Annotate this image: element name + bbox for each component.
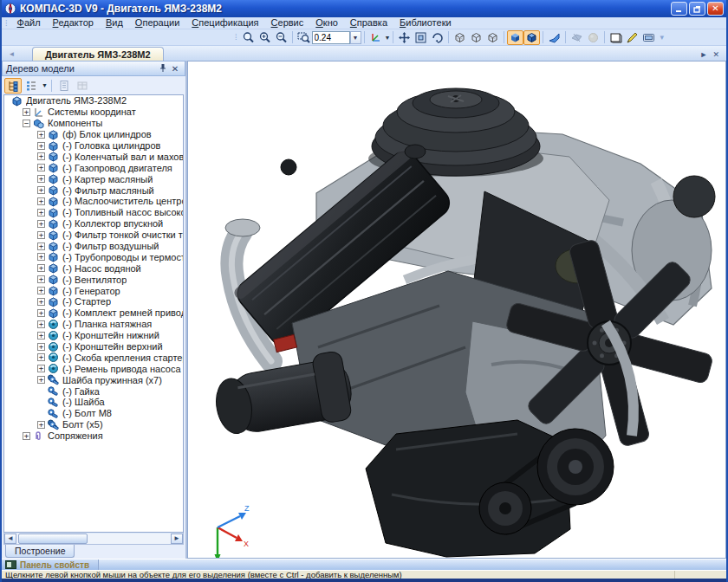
menu-libraries[interactable]: Библиотеки <box>393 17 458 29</box>
tree-expander-icon[interactable]: + <box>37 309 45 317</box>
frame-icon[interactable] <box>608 30 624 45</box>
tree-item[interactable]: +(-) Ремень привода насоса водяного <box>4 363 183 374</box>
rounded-edges-icon[interactable] <box>585 30 601 45</box>
doc-tab-scroll-left-icon[interactable]: ◄ <box>5 48 18 60</box>
tree-item[interactable]: Двигатель ЯМЗ-238М2 <box>4 95 183 107</box>
menu-file[interactable]: Файл <box>11 17 47 29</box>
tree-report-icon[interactable] <box>74 78 91 94</box>
tree-expander-icon[interactable]: + <box>37 152 45 160</box>
close-button[interactable]: ✕ <box>707 2 724 16</box>
tree-expander-icon[interactable]: + <box>37 131 45 139</box>
tree-item[interactable]: +(-) Коллектор впускной <box>4 218 183 230</box>
tree-expander-icon[interactable]: + <box>37 421 45 429</box>
tree-structure-icon[interactable] <box>4 78 22 94</box>
menu-specification[interactable]: Спецификация <box>185 17 264 29</box>
tree-item[interactable]: +Болт (x5) <box>4 419 183 430</box>
zoom-area-icon[interactable] <box>413 30 429 45</box>
tree-item[interactable]: +(-) Фильтр воздушный <box>4 241 183 252</box>
viewport-3d[interactable]: Z X Y <box>187 61 726 559</box>
zoom-rect-icon[interactable] <box>296 30 312 45</box>
tree-expander-icon[interactable]: + <box>37 365 45 372</box>
tree-horizontal-scrollbar[interactable]: ◄ ► <box>3 533 184 545</box>
tree-item[interactable]: +(-) Вентилятор <box>4 274 183 285</box>
model-tree[interactable]: Двигатель ЯМЗ-238М2+Системы координат−Ко… <box>3 94 184 533</box>
tree-expander-icon[interactable]: + <box>37 298 45 306</box>
menu-help[interactable]: Справка <box>344 17 393 29</box>
tree-expander-icon[interactable]: + <box>37 332 45 340</box>
menu-service[interactable]: Сервис <box>265 17 310 29</box>
rotate-icon[interactable] <box>429 30 445 45</box>
close-panel-icon[interactable]: ✕ <box>169 64 181 74</box>
scale-dropdown-icon[interactable]: ▼ <box>350 31 361 44</box>
tree-expander-icon[interactable]: + <box>23 432 30 440</box>
tree-expander-icon[interactable]: + <box>37 197 45 205</box>
maximize-button[interactable] <box>689 2 705 16</box>
tree-item[interactable]: +(-) Стартер <box>4 296 183 307</box>
tree-item[interactable]: +(-) Гайка <box>4 385 183 397</box>
presentation-icon[interactable] <box>640 30 657 45</box>
zoom-in-icon[interactable] <box>257 30 273 45</box>
tab-construction[interactable]: Построение <box>5 545 75 558</box>
tree-expander-icon[interactable]: + <box>37 253 45 261</box>
tree-item[interactable]: +(-) Кронштейн верхний <box>4 341 183 352</box>
sketch-icon[interactable] <box>624 30 640 45</box>
tree-item[interactable]: +(-) Болт М8 <box>4 408 183 419</box>
tree-item[interactable]: +(-) Маслоочиститель центробежный <box>4 196 183 207</box>
tree-expander-icon[interactable]: + <box>37 242 45 250</box>
tree-expander-icon[interactable]: + <box>37 231 45 239</box>
menu-operations[interactable]: Операции <box>129 17 185 29</box>
tree-item[interactable]: +(-) Картер масляный <box>4 173 183 184</box>
tree-doc-icon[interactable] <box>55 78 73 94</box>
tree-expander-icon[interactable]: + <box>37 175 45 183</box>
tree-expander-icon[interactable]: − <box>23 120 30 127</box>
tree-expander-icon[interactable]: + <box>37 164 45 171</box>
tree-item[interactable]: +(-) Планка натяжная <box>4 319 183 330</box>
pan-icon[interactable] <box>396 30 413 45</box>
shaded-display-icon[interactable] <box>507 30 523 45</box>
tree-expander-icon[interactable]: + <box>37 264 45 272</box>
tree-expander-icon[interactable]: + <box>37 287 45 294</box>
menu-editor[interactable]: Редактор <box>47 17 100 29</box>
tree-item[interactable]: +(-) Комплект ремней привода генератора <box>4 307 183 319</box>
menu-view[interactable]: Вид <box>100 17 129 29</box>
tree-expander-icon[interactable]: + <box>23 108 30 116</box>
tree-item[interactable]: +(-) Насос водяной <box>4 262 183 274</box>
minimize-button[interactable] <box>671 2 687 16</box>
section-view-icon[interactable] <box>569 30 585 45</box>
tree-expander-icon[interactable]: + <box>37 275 45 283</box>
tree-item[interactable]: +Системы координат <box>4 107 183 118</box>
scrollbar-thumb[interactable] <box>18 534 88 544</box>
tree-item[interactable]: −Компоненты <box>4 118 183 129</box>
tree-view-dropdown-icon[interactable]: ▼ <box>42 82 48 88</box>
scroll-left-icon[interactable]: ◄ <box>4 534 16 544</box>
tree-expander-icon[interactable]: + <box>37 209 45 217</box>
zoom-out-icon[interactable] <box>273 30 289 45</box>
tree-item[interactable]: +(-) Головка цилиндров <box>4 140 183 152</box>
pin-panel-icon[interactable] <box>157 63 169 74</box>
scroll-right-icon[interactable]: ► <box>171 534 183 544</box>
tree-item[interactable]: +Шайба пружинная (x7) <box>4 374 183 385</box>
scrollbar-track[interactable] <box>16 534 171 544</box>
tree-expander-icon[interactable]: + <box>37 376 45 384</box>
shaded-wireframe-display-icon[interactable] <box>523 30 540 45</box>
tree-composition-icon[interactable] <box>23 78 40 94</box>
tree-item[interactable]: +Сопряжения <box>4 430 183 442</box>
tree-expander-icon[interactable]: + <box>37 353 45 361</box>
properties-panel-tab[interactable]: Панель свойств <box>2 559 99 570</box>
orientation-icon[interactable] <box>367 30 384 45</box>
toolbar-overflow-icon[interactable]: ▾ <box>657 33 666 42</box>
scale-input[interactable] <box>312 31 350 44</box>
doc-tab-close-icon[interactable]: ✕ <box>712 50 719 59</box>
tree-item[interactable]: +(-) Кронштейн нижний <box>4 330 183 341</box>
tree-item[interactable]: +(-) Шайба <box>4 397 183 408</box>
orientation-dropdown-icon[interactable]: ▼ <box>385 35 391 41</box>
tree-item[interactable]: +(-) Топливный насос высокого давления с… <box>4 207 183 218</box>
tree-item[interactable]: +(-) Генератор <box>4 285 183 296</box>
menu-window[interactable]: Окно <box>309 17 344 29</box>
tree-item[interactable]: +(-) Фильтр тонкой очистки топлива <box>4 230 183 241</box>
tree-item[interactable]: +(-) Скоба крепления стартера <box>4 352 183 363</box>
tree-expander-icon[interactable]: + <box>37 220 45 228</box>
zoom-icon[interactable] <box>240 30 257 45</box>
tree-expander-icon[interactable]: + <box>37 142 45 150</box>
tree-item[interactable]: +(-) Фильтр масляный <box>4 184 183 196</box>
